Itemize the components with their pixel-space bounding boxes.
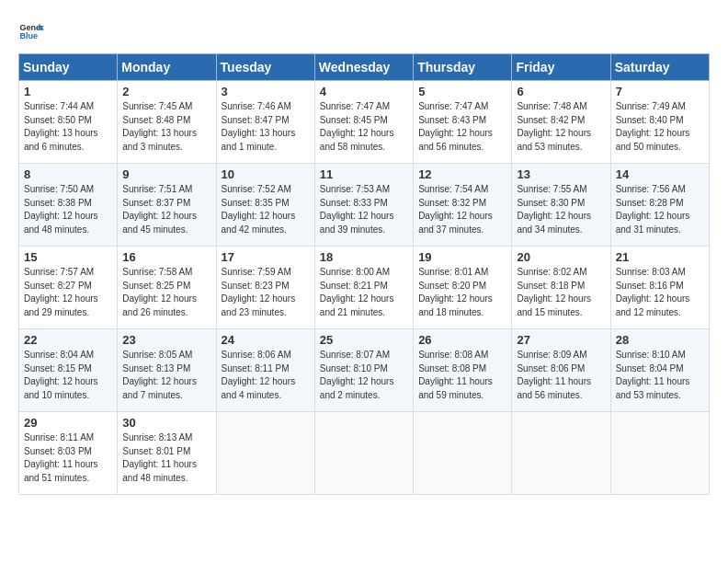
day-info: Sunrise: 7:57 AMSunset: 8:27 PMDaylight:… — [24, 266, 112, 319]
week-row-1: 1 Sunrise: 7:44 AMSunset: 8:50 PMDayligh… — [19, 81, 710, 164]
day-info: Sunrise: 8:07 AMSunset: 8:10 PMDaylight:… — [320, 349, 408, 402]
day-number: 26 — [418, 333, 506, 347]
day-info: Sunrise: 8:10 AMSunset: 8:04 PMDaylight:… — [616, 349, 704, 402]
day-number: 2 — [122, 85, 210, 98]
day-info: Sunrise: 7:47 AMSunset: 8:43 PMDaylight:… — [418, 100, 506, 154]
header-cell-tuesday: Tuesday — [216, 54, 314, 81]
day-info: Sunrise: 7:47 AMSunset: 8:45 PMDaylight:… — [320, 100, 408, 154]
day-info: Sunrise: 8:02 AMSunset: 8:18 PMDaylight:… — [517, 266, 605, 319]
day-number: 9 — [122, 167, 210, 181]
day-cell: 6 Sunrise: 7:48 AMSunset: 8:42 PMDayligh… — [512, 81, 610, 164]
day-number: 18 — [320, 250, 408, 264]
day-info: Sunrise: 7:55 AMSunset: 8:30 PMDaylight:… — [517, 183, 605, 236]
day-number: 10 — [222, 167, 310, 181]
day-cell: 8 Sunrise: 7:50 AMSunset: 8:38 PMDayligh… — [19, 164, 118, 247]
day-number: 20 — [517, 250, 605, 264]
day-info: Sunrise: 7:46 AMSunset: 8:47 PMDaylight:… — [222, 100, 310, 154]
day-info: Sunrise: 8:08 AMSunset: 8:08 PMDaylight:… — [418, 349, 506, 402]
day-cell: 15 Sunrise: 7:57 AMSunset: 8:27 PMDaylig… — [19, 247, 118, 329]
day-cell: 4 Sunrise: 7:47 AMSunset: 8:45 PMDayligh… — [314, 81, 413, 164]
calendar-header: SundayMondayTuesdayWednesdayThursdayFrid… — [19, 54, 710, 81]
day-info: Sunrise: 7:44 AMSunset: 8:50 PMDaylight:… — [24, 100, 112, 154]
header-cell-monday: Monday — [118, 54, 216, 81]
day-cell: 19 Sunrise: 8:01 AMSunset: 8:20 PMDaylig… — [414, 247, 512, 329]
day-cell: 24 Sunrise: 8:06 AMSunset: 8:11 PMDaylig… — [216, 329, 314, 412]
day-cell: 29 Sunrise: 8:11 AMSunset: 8:03 PMDaylig… — [19, 412, 118, 495]
day-number: 12 — [418, 167, 506, 181]
week-row-3: 15 Sunrise: 7:57 AMSunset: 8:27 PMDaylig… — [19, 247, 710, 329]
day-number: 22 — [24, 333, 112, 347]
day-number: 3 — [222, 85, 310, 98]
day-info: Sunrise: 7:45 AMSunset: 8:48 PMDaylight:… — [122, 100, 210, 154]
day-cell: 20 Sunrise: 8:02 AMSunset: 8:18 PMDaylig… — [512, 247, 610, 329]
day-cell: 14 Sunrise: 7:56 AMSunset: 8:28 PMDaylig… — [610, 164, 709, 247]
day-info: Sunrise: 7:51 AMSunset: 8:37 PMDaylight:… — [122, 183, 210, 236]
day-info: Sunrise: 7:48 AMSunset: 8:42 PMDaylight:… — [517, 100, 605, 154]
day-info: Sunrise: 8:09 AMSunset: 8:06 PMDaylight:… — [517, 349, 605, 402]
day-info: Sunrise: 7:59 AMSunset: 8:23 PMDaylight:… — [222, 266, 310, 319]
day-number: 23 — [122, 333, 210, 347]
week-row-2: 8 Sunrise: 7:50 AMSunset: 8:38 PMDayligh… — [19, 164, 710, 247]
day-cell — [610, 412, 709, 495]
header-cell-sunday: Sunday — [19, 54, 118, 81]
day-number: 21 — [616, 250, 704, 264]
day-info: Sunrise: 7:50 AMSunset: 8:38 PMDaylight:… — [24, 183, 112, 236]
day-cell: 3 Sunrise: 7:46 AMSunset: 8:47 PMDayligh… — [216, 81, 314, 164]
day-number: 16 — [122, 250, 210, 264]
day-info: Sunrise: 8:01 AMSunset: 8:20 PMDaylight:… — [418, 266, 506, 319]
calendar-table: SundayMondayTuesdayWednesdayThursdayFrid… — [18, 53, 710, 495]
day-cell — [414, 412, 512, 495]
day-info: Sunrise: 8:06 AMSunset: 8:11 PMDaylight:… — [222, 349, 310, 402]
logo: General Blue — [18, 18, 48, 44]
day-cell: 2 Sunrise: 7:45 AMSunset: 8:48 PMDayligh… — [118, 81, 216, 164]
day-info: Sunrise: 7:49 AMSunset: 8:40 PMDaylight:… — [616, 100, 704, 154]
header-cell-friday: Friday — [512, 54, 610, 81]
header-cell-thursday: Thursday — [414, 54, 512, 81]
page-header: General Blue — [18, 18, 710, 44]
day-info: Sunrise: 8:00 AMSunset: 8:21 PMDaylight:… — [320, 266, 408, 319]
day-number: 1 — [24, 85, 112, 98]
day-number: 11 — [320, 167, 408, 181]
header-row: SundayMondayTuesdayWednesdayThursdayFrid… — [19, 54, 710, 81]
day-cell: 23 Sunrise: 8:05 AMSunset: 8:13 PMDaylig… — [118, 329, 216, 412]
day-cell: 12 Sunrise: 7:54 AMSunset: 8:32 PMDaylig… — [414, 164, 512, 247]
day-cell: 17 Sunrise: 7:59 AMSunset: 8:23 PMDaylig… — [216, 247, 314, 329]
header-cell-saturday: Saturday — [610, 54, 709, 81]
day-cell: 18 Sunrise: 8:00 AMSunset: 8:21 PMDaylig… — [314, 247, 413, 329]
day-cell — [216, 412, 314, 495]
header-cell-wednesday: Wednesday — [314, 54, 413, 81]
day-info: Sunrise: 7:56 AMSunset: 8:28 PMDaylight:… — [616, 183, 704, 236]
day-number: 30 — [122, 416, 210, 430]
day-cell: 26 Sunrise: 8:08 AMSunset: 8:08 PMDaylig… — [414, 329, 512, 412]
day-number: 13 — [517, 167, 605, 181]
day-cell: 7 Sunrise: 7:49 AMSunset: 8:40 PMDayligh… — [610, 81, 709, 164]
day-number: 24 — [222, 333, 310, 347]
day-info: Sunrise: 8:05 AMSunset: 8:13 PMDaylight:… — [122, 349, 210, 402]
day-cell: 21 Sunrise: 8:03 AMSunset: 8:16 PMDaylig… — [610, 247, 709, 329]
day-info: Sunrise: 8:03 AMSunset: 8:16 PMDaylight:… — [616, 266, 704, 319]
day-info: Sunrise: 7:54 AMSunset: 8:32 PMDaylight:… — [418, 183, 506, 236]
day-cell: 16 Sunrise: 7:58 AMSunset: 8:25 PMDaylig… — [118, 247, 216, 329]
day-number: 15 — [24, 250, 112, 264]
day-cell: 25 Sunrise: 8:07 AMSunset: 8:10 PMDaylig… — [314, 329, 413, 412]
day-number: 14 — [616, 167, 704, 181]
day-number: 5 — [418, 85, 506, 98]
day-number: 6 — [517, 85, 605, 98]
day-cell: 11 Sunrise: 7:53 AMSunset: 8:33 PMDaylig… — [314, 164, 413, 247]
day-info: Sunrise: 7:58 AMSunset: 8:25 PMDaylight:… — [122, 266, 210, 319]
day-cell: 1 Sunrise: 7:44 AMSunset: 8:50 PMDayligh… — [19, 81, 118, 164]
day-number: 25 — [320, 333, 408, 347]
calendar-body: 1 Sunrise: 7:44 AMSunset: 8:50 PMDayligh… — [19, 81, 710, 495]
day-cell: 9 Sunrise: 7:51 AMSunset: 8:37 PMDayligh… — [118, 164, 216, 247]
day-cell: 5 Sunrise: 7:47 AMSunset: 8:43 PMDayligh… — [414, 81, 512, 164]
day-cell — [512, 412, 610, 495]
day-cell: 13 Sunrise: 7:55 AMSunset: 8:30 PMDaylig… — [512, 164, 610, 247]
day-number: 29 — [24, 416, 112, 430]
day-cell — [314, 412, 413, 495]
day-info: Sunrise: 8:04 AMSunset: 8:15 PMDaylight:… — [24, 349, 112, 402]
day-cell: 28 Sunrise: 8:10 AMSunset: 8:04 PMDaylig… — [610, 329, 709, 412]
day-number: 7 — [616, 85, 704, 98]
day-number: 8 — [24, 167, 112, 181]
day-number: 17 — [222, 250, 310, 264]
day-info: Sunrise: 8:11 AMSunset: 8:03 PMDaylight:… — [24, 431, 112, 485]
